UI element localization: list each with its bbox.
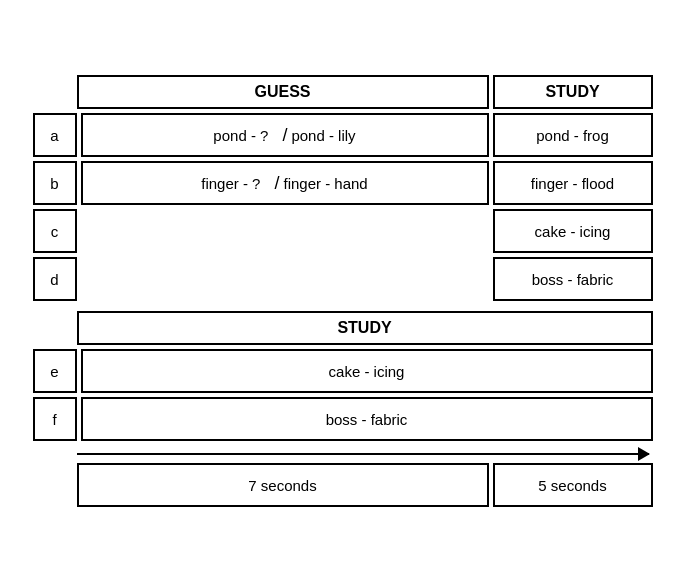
row-d: d boss - fabric — [33, 257, 653, 301]
label-b: b — [33, 161, 77, 205]
timeline-row — [33, 449, 653, 459]
label-e: e — [33, 349, 77, 393]
slash-a: / — [272, 125, 287, 146]
study-cell-a: pond - frog — [493, 113, 653, 157]
label-a: a — [33, 113, 77, 157]
study-text-b: finger - flood — [531, 175, 614, 192]
time-left-text: 7 seconds — [248, 477, 316, 494]
study-row-e-text: cake - icing — [329, 363, 405, 380]
guess-cell-b: finger - ? / finger - hand — [81, 161, 489, 205]
label-d: d — [33, 257, 77, 301]
study-header: STUDY — [493, 75, 653, 109]
slash-b: / — [264, 173, 279, 194]
section2-label-spacer — [33, 311, 77, 345]
guess-cell-c-empty — [81, 209, 489, 253]
time-right-text: 5 seconds — [538, 477, 606, 494]
study-row-f-cell: boss - fabric — [81, 397, 653, 441]
row-e: e cake - icing — [33, 349, 653, 393]
guess-text-left-b: finger - ? — [201, 175, 260, 192]
section2-header-row: STUDY — [33, 311, 653, 345]
study-cell-c: cake - icing — [493, 209, 653, 253]
study-cell-d: boss - fabric — [493, 257, 653, 301]
row-c: c cake - icing — [33, 209, 653, 253]
guess-cell-d-empty — [81, 257, 489, 301]
study-cell-b: finger - flood — [493, 161, 653, 205]
arrow-line — [77, 453, 649, 456]
time-cell-right: 5 seconds — [493, 463, 653, 507]
study-text-d: boss - fabric — [532, 271, 614, 288]
guess-text-left-a: pond - ? — [213, 127, 268, 144]
time-row: 7 seconds 5 seconds — [33, 463, 653, 507]
guess-text-right-b: finger - hand — [283, 175, 367, 192]
study-row-e-cell: cake - icing — [81, 349, 653, 393]
header-row: GUESS STUDY — [33, 75, 653, 109]
row-f: f boss - fabric — [33, 397, 653, 441]
label-c: c — [33, 209, 77, 253]
time-label-spacer — [33, 463, 77, 507]
study-row-f-text: boss - fabric — [326, 411, 408, 428]
diagram: GUESS STUDY a pond - ? / pond - lily pon… — [23, 65, 663, 517]
timeline-arrow — [77, 449, 649, 459]
row-b: b finger - ? / finger - hand finger - fl… — [33, 161, 653, 205]
guess-text-right-a: pond - lily — [291, 127, 355, 144]
study-text-c: cake - icing — [535, 223, 611, 240]
label-f: f — [33, 397, 77, 441]
guess-header-text: GUESS — [254, 83, 310, 101]
guess-cell-a: pond - ? / pond - lily — [81, 113, 489, 157]
time-cell-left: 7 seconds — [77, 463, 489, 507]
row-a: a pond - ? / pond - lily pond - frog — [33, 113, 653, 157]
section2-header: STUDY — [77, 311, 653, 345]
guess-header: GUESS — [77, 75, 489, 109]
study-header-text: STUDY — [545, 83, 599, 101]
header-label-spacer — [33, 75, 77, 109]
study-text-a: pond - frog — [536, 127, 609, 144]
section2-header-text: STUDY — [337, 319, 391, 336]
